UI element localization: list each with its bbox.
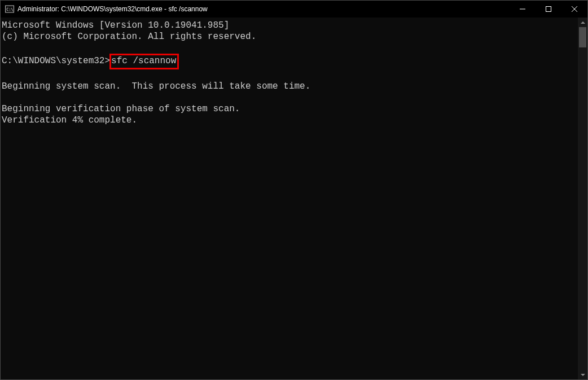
window-controls [510,1,587,18]
cmd-icon: C:\ [5,5,14,14]
vertical-scrollbar[interactable] [578,18,587,379]
cmd-window: C:\ Administrator: C:\WINDOWS\system32\c… [0,0,588,380]
output-line: Microsoft Windows [Version 10.0.19041.98… [2,20,229,30]
window-title: Administrator: C:\WINDOWS\system32\cmd.e… [17,5,208,13]
scroll-track[interactable] [578,27,587,370]
output-line: Verification 4% complete. [2,115,137,125]
command-highlight: sfc /scannow [109,54,179,69]
scroll-down-arrow-icon[interactable] [578,370,587,379]
terminal-output[interactable]: Microsoft Windows [Version 10.0.19041.98… [1,18,578,379]
svg-text:C:\: C:\ [6,7,14,12]
title-left: C:\ Administrator: C:\WINDOWS\system32\c… [1,5,510,14]
close-button[interactable] [561,1,587,18]
scroll-up-arrow-icon[interactable] [578,18,587,27]
svg-marker-6 [581,21,585,24]
output-line: Beginning verification phase of system s… [2,104,240,114]
prompt-text: C:\WINDOWS\system32> [2,56,110,66]
minimize-button[interactable] [510,1,536,18]
maximize-button[interactable] [536,1,561,18]
scroll-thumb[interactable] [579,27,586,47]
command-text: sfc /scannow [111,56,176,66]
svg-rect-3 [546,7,551,12]
output-line: (c) Microsoft Corporation. All rights re… [2,32,256,42]
svg-marker-7 [581,374,585,376]
body-area: Microsoft Windows [Version 10.0.19041.98… [1,18,587,379]
output-line: Beginning system scan. This process will… [2,81,310,91]
titlebar[interactable]: C:\ Administrator: C:\WINDOWS\system32\c… [1,1,587,18]
